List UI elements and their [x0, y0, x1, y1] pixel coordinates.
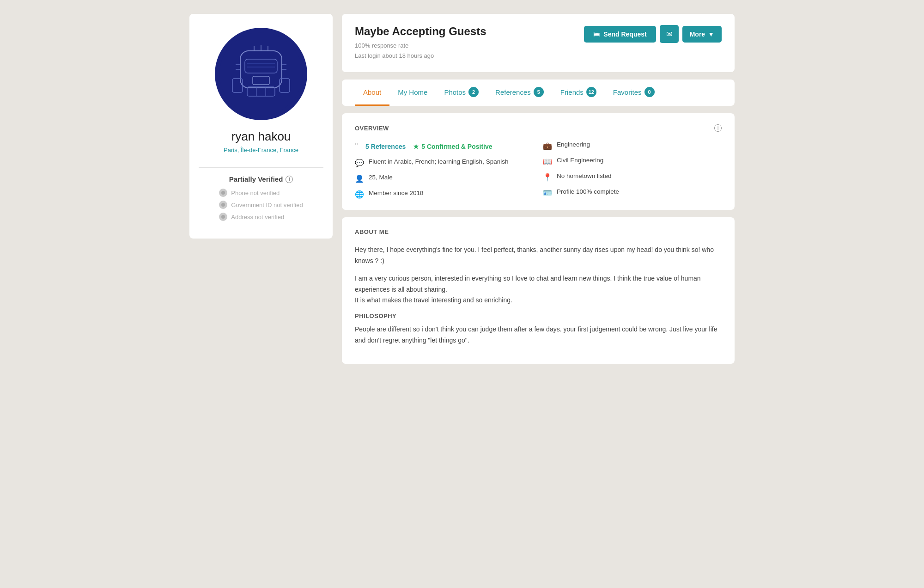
- message-button[interactable]: ✉: [660, 25, 679, 43]
- overview-title: OVERVIEW: [355, 125, 389, 132]
- intro-text: Hey there, I hope everything's fine for …: [355, 245, 722, 267]
- bed-icon: 🛏: [593, 31, 600, 38]
- divider: [199, 167, 323, 168]
- photos-badge: 2: [468, 87, 479, 97]
- member-since-item: 🌐 Member since 2018: [355, 190, 534, 199]
- about-me-section: ABOUT ME Hey there, I hope everything's …: [342, 217, 735, 364]
- sidebar-card: ryan hakou Paris, Île-de-France, France …: [189, 14, 333, 239]
- profile-complete-item: 🪪 Profile 100% complete: [543, 188, 722, 197]
- verified-title: Partially Verified i: [229, 175, 293, 183]
- tab-my-home[interactable]: My Home: [389, 80, 436, 106]
- confirmed-positive: ★ 5 Confirmed & Positive: [413, 143, 492, 150]
- about-me-header: ABOUT ME: [355, 228, 722, 235]
- header-meta: 100% response rate Last login about 18 h…: [355, 41, 486, 61]
- references-row: " 5 References ★ 5 Confirmed & Positive: [355, 141, 534, 152]
- more-button[interactable]: More ▼: [682, 26, 722, 43]
- location-icon: 📍: [543, 173, 552, 182]
- verified-info-icon[interactable]: i: [286, 176, 293, 183]
- overview-left: " 5 References ★ 5 Confirmed & Positive …: [355, 141, 534, 199]
- main-content: Maybe Accepting Guests 100% response rat…: [342, 14, 735, 364]
- overview-info-icon[interactable]: i: [714, 124, 722, 132]
- occupation-item: 💼 Engineering: [543, 141, 722, 150]
- tabs-card: About My Home Photos 2 References 5 Frie…: [342, 80, 735, 106]
- user-location[interactable]: Paris, Île-de-France, France: [224, 147, 298, 153]
- references-badge: 5: [534, 87, 544, 97]
- person-icon: 👤: [355, 174, 364, 183]
- user-name: ryan hakou: [231, 129, 291, 144]
- star-icon: ★: [413, 143, 419, 150]
- address-dot-icon: [219, 213, 227, 221]
- references-count[interactable]: 5 References: [365, 143, 406, 150]
- age-gender-item: 👤 25, Male: [355, 174, 534, 183]
- header-info: Maybe Accepting Guests 100% response rat…: [355, 25, 486, 61]
- gov-id-dot-icon: [219, 201, 227, 209]
- verification-list: Phone not verified Government ID not ver…: [219, 189, 303, 225]
- about-me-title: ABOUT ME: [355, 228, 389, 235]
- tab-friends[interactable]: Friends 12: [552, 80, 605, 106]
- body-text: I am a very curious person, interested i…: [355, 273, 722, 306]
- last-login: Last login about 18 hours ago: [355, 51, 486, 61]
- tabs-list: About My Home Photos 2 References 5 Frie…: [355, 80, 722, 106]
- send-request-button[interactable]: 🛏 Send Request: [584, 26, 656, 43]
- header-card: Maybe Accepting Guests 100% response rat…: [342, 14, 735, 72]
- overview-header: OVERVIEW i: [355, 124, 722, 132]
- speech-icon: 💬: [355, 159, 364, 167]
- svg-point-0: [219, 32, 303, 116]
- favorites-badge: 0: [644, 87, 655, 97]
- overview-right: 💼 Engineering 📖 Civil Engineering 📍 No h…: [543, 141, 722, 199]
- id-card-icon: 🪪: [543, 189, 552, 197]
- education-item: 📖 Civil Engineering: [543, 157, 722, 166]
- tab-about[interactable]: About: [355, 80, 389, 106]
- avatar: [215, 28, 307, 120]
- hometown-item: 📍 No hometown listed: [543, 172, 722, 182]
- response-rate: 100% response rate: [355, 41, 486, 51]
- overview-grid: " 5 References ★ 5 Confirmed & Positive …: [355, 141, 722, 199]
- phone-verify-item: Phone not verified: [219, 189, 303, 197]
- gov-id-verify-item: Government ID not verified: [219, 201, 303, 209]
- friends-badge: 12: [586, 87, 596, 97]
- quote-icon: ": [355, 141, 358, 152]
- page-title: Maybe Accepting Guests: [355, 25, 486, 38]
- book-icon: 📖: [543, 157, 552, 166]
- tab-favorites[interactable]: Favorites 0: [605, 80, 663, 106]
- overview-section: OVERVIEW i " 5 References ★ 5 Confirmed …: [342, 113, 735, 210]
- tab-references[interactable]: References 5: [487, 80, 552, 106]
- tab-photos[interactable]: Photos 2: [436, 80, 487, 106]
- address-verify-item: Address not verified: [219, 213, 303, 221]
- globe-icon: 🌐: [355, 190, 364, 199]
- briefcase-icon: 💼: [543, 141, 552, 150]
- chevron-down-icon: ▼: [708, 31, 714, 38]
- header-actions: 🛏 Send Request ✉ More ▼: [584, 25, 722, 43]
- languages-item: 💬 Fluent in Arabic, French; learning Eng…: [355, 158, 534, 167]
- phone-dot-icon: [219, 189, 227, 197]
- philosophy-heading: PHILOSOPHY: [355, 312, 722, 319]
- philosophy-text: People are different so i don't think yo…: [355, 324, 722, 346]
